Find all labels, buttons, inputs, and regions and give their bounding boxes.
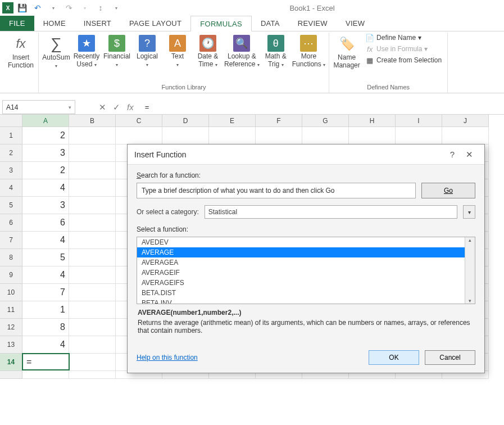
fx-icon[interactable]: fx bbox=[127, 102, 134, 112]
row-header[interactable]: 8 bbox=[0, 249, 22, 266]
function-list-item[interactable]: AVERAGEA bbox=[137, 257, 475, 268]
grid-cell[interactable]: 8 bbox=[22, 319, 69, 336]
column-header[interactable]: I bbox=[396, 115, 442, 127]
grid-cell[interactable]: 5 bbox=[22, 249, 69, 266]
grid-cell[interactable] bbox=[69, 197, 116, 214]
close-icon[interactable]: ✕ bbox=[461, 150, 478, 160]
tab-view[interactable]: VIEW bbox=[337, 16, 374, 31]
grid-cell[interactable] bbox=[442, 127, 489, 144]
tab-insert[interactable]: INSERT bbox=[75, 16, 120, 31]
column-header[interactable]: H bbox=[349, 115, 396, 127]
use-in-formula-button[interactable]: fx Use in Formula ▾ bbox=[363, 44, 444, 54]
qat-dropdown-icon[interactable]: ▾ bbox=[110, 2, 122, 14]
save-icon[interactable]: 💾 bbox=[16, 2, 28, 14]
tab-file[interactable]: FILE bbox=[0, 16, 34, 31]
grid-cell[interactable]: 4 bbox=[22, 336, 69, 354]
autosum-button[interactable]: ∑ AutoSum▾ bbox=[42, 33, 70, 70]
column-header[interactable]: C bbox=[116, 115, 162, 127]
row-header[interactable]: 4 bbox=[0, 179, 22, 197]
grid-cell[interactable]: 2 bbox=[22, 127, 69, 144]
text-button[interactable]: A Text▾ bbox=[164, 33, 192, 69]
row-header[interactable]: 10 bbox=[0, 284, 22, 301]
cancel-button[interactable]: Cancel bbox=[425, 350, 475, 365]
redo-icon[interactable]: ↷ bbox=[63, 2, 75, 14]
touch-mode-icon[interactable]: ↕ bbox=[94, 2, 107, 14]
grid-cell[interactable] bbox=[396, 127, 442, 144]
math-trig-button[interactable]: θ Math & Trig ▾ bbox=[262, 33, 290, 69]
cancel-edit-icon[interactable]: ✕ bbox=[99, 102, 106, 112]
row-header[interactable]: 12 bbox=[0, 319, 22, 336]
grid-cell[interactable]: 6 bbox=[22, 214, 69, 232]
grid-cell[interactable] bbox=[349, 127, 396, 144]
grid-cell[interactable]: 3 bbox=[22, 144, 69, 162]
help-link[interactable]: Help on this function bbox=[137, 354, 198, 361]
logical-button[interactable]: ? Logical▾ bbox=[133, 33, 161, 69]
undo-icon[interactable]: ↶ bbox=[31, 2, 44, 14]
grid-cell[interactable]: 7 bbox=[22, 284, 69, 301]
row-header[interactable]: 1 bbox=[0, 127, 22, 144]
search-input[interactable]: Type a brief description of what you wan… bbox=[137, 183, 416, 198]
grid-cell[interactable] bbox=[69, 266, 116, 284]
scroll-up-icon[interactable]: ▴ bbox=[469, 237, 471, 243]
row-header[interactable]: 5 bbox=[0, 197, 22, 214]
column-header[interactable]: D bbox=[162, 115, 209, 127]
tab-data[interactable]: DATA bbox=[252, 16, 289, 31]
grid-cell[interactable] bbox=[209, 127, 256, 144]
date-time-button[interactable]: 🕐 Date & Time ▾ bbox=[194, 33, 222, 69]
create-from-selection-button[interactable]: ▦ Create from Selection bbox=[363, 55, 444, 65]
tab-formulas[interactable]: FORMULAS bbox=[190, 16, 252, 31]
grid-cell[interactable] bbox=[162, 127, 209, 144]
grid-cell[interactable] bbox=[69, 354, 116, 371]
grid-cell[interactable] bbox=[69, 336, 116, 354]
grid-cell[interactable] bbox=[69, 144, 116, 162]
grid-cell[interactable] bbox=[69, 214, 116, 232]
function-list-item[interactable]: AVERAGE bbox=[137, 247, 475, 257]
grid-cell[interactable] bbox=[69, 301, 116, 319]
grid-cell[interactable]: 2 bbox=[22, 162, 69, 179]
grid-cell[interactable] bbox=[69, 179, 116, 197]
tab-page-layout[interactable]: PAGE LAYOUT bbox=[120, 16, 190, 31]
function-list-item[interactable]: BETA.DIST bbox=[137, 288, 475, 298]
name-box[interactable]: A14 ▾ bbox=[2, 100, 75, 114]
chevron-down-icon[interactable]: ▾ bbox=[69, 105, 71, 110]
accept-edit-icon[interactable]: ✓ bbox=[113, 102, 120, 112]
grid-cell[interactable] bbox=[69, 249, 116, 266]
grid-cell[interactable] bbox=[69, 162, 116, 179]
scroll-down-icon[interactable]: ▾ bbox=[469, 298, 471, 304]
grid-cell[interactable]: 1 bbox=[22, 301, 69, 319]
grid-cell[interactable] bbox=[22, 371, 69, 379]
row-header[interactable]: 7 bbox=[0, 232, 22, 249]
column-header[interactable]: B bbox=[69, 115, 116, 127]
grid-cell[interactable]: 4 bbox=[22, 266, 69, 284]
grid-cell[interactable] bbox=[302, 127, 349, 144]
financial-button[interactable]: $ Financial▾ bbox=[103, 33, 131, 69]
grid-cell[interactable]: 4 bbox=[22, 232, 69, 249]
column-header[interactable]: F bbox=[256, 115, 302, 127]
formula-input[interactable] bbox=[140, 100, 504, 114]
row-header[interactable]: 11 bbox=[0, 301, 22, 319]
grid-cell[interactable] bbox=[69, 319, 116, 336]
recently-used-button[interactable]: ★ Recently Used ▾ bbox=[72, 33, 101, 69]
row-header[interactable]: 9 bbox=[0, 266, 22, 284]
grid-cell[interactable] bbox=[69, 232, 116, 249]
redo-dropdown-icon[interactable]: ▾ bbox=[79, 2, 91, 14]
name-manager-button[interactable]: 🏷️ Name Manager bbox=[333, 33, 361, 70]
grid-cell[interactable] bbox=[256, 127, 302, 144]
row-header[interactable]: 3 bbox=[0, 162, 22, 179]
active-cell[interactable]: = bbox=[22, 353, 70, 370]
row-header[interactable] bbox=[0, 371, 22, 379]
row-header[interactable]: 14 bbox=[0, 354, 22, 371]
define-name-button[interactable]: 📄 Define Name ▾ bbox=[363, 33, 444, 43]
tab-home[interactable]: HOME bbox=[34, 16, 75, 31]
dialog-titlebar[interactable]: Insert Function ? ✕ bbox=[128, 144, 484, 165]
tab-review[interactable]: REVIEW bbox=[289, 16, 337, 31]
category-select[interactable]: Statistical bbox=[205, 205, 457, 219]
function-list-item[interactable]: AVERAGEIF bbox=[137, 268, 475, 278]
function-listbox[interactable]: AVEDEVAVERAGEAVERAGEAAVERAGEIFAVERAGEIFS… bbox=[137, 237, 475, 304]
ok-button[interactable]: OK bbox=[369, 350, 419, 365]
insert-function-button[interactable]: fx Insert Function bbox=[7, 33, 35, 70]
grid-cell[interactable]: 4 bbox=[22, 179, 69, 197]
grid-cell[interactable]: 3 bbox=[22, 197, 69, 214]
more-functions-button[interactable]: ⋯ More Functions ▾ bbox=[292, 33, 325, 69]
column-header[interactable]: J bbox=[442, 115, 489, 127]
